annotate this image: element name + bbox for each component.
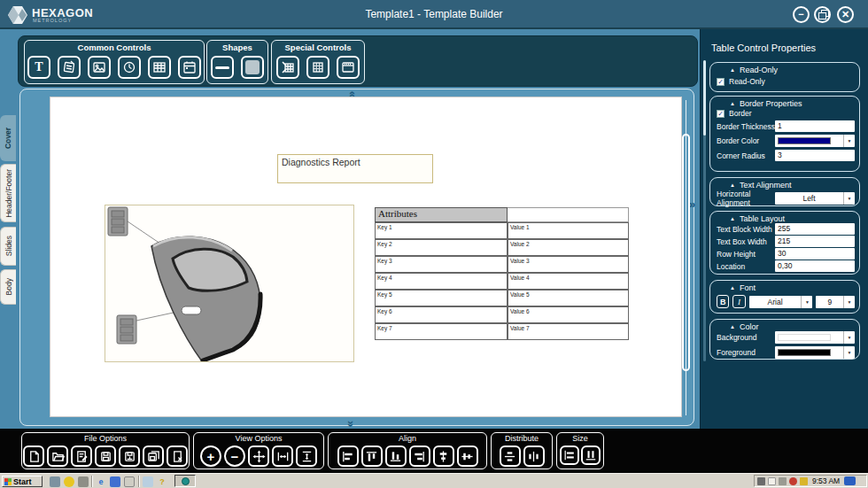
border-thickness-input[interactable]: 1 bbox=[775, 120, 855, 132]
label-control-button[interactable] bbox=[58, 56, 81, 79]
section-header[interactable]: ▲Read-Only bbox=[730, 66, 859, 74]
align-center-vertical-button[interactable] bbox=[433, 445, 454, 467]
border-checkbox[interactable] bbox=[717, 110, 725, 118]
tray-volume-icon[interactable] bbox=[779, 477, 787, 485]
font-size-dropdown[interactable]: 9 ▼ bbox=[816, 296, 855, 308]
minimize-button[interactable]: − bbox=[793, 6, 810, 23]
collapse-icon: ▲ bbox=[730, 182, 735, 188]
quick-launch-window-icon[interactable] bbox=[124, 476, 135, 487]
distribute-horizontal-button[interactable] bbox=[523, 445, 545, 467]
location-input[interactable]: 0,30 bbox=[775, 260, 855, 272]
save-all-button[interactable] bbox=[143, 445, 164, 467]
italic-button[interactable]: I bbox=[732, 295, 745, 308]
save-template-button[interactable] bbox=[95, 445, 116, 467]
quick-launch-app-icon-3[interactable] bbox=[78, 476, 89, 487]
restore-button[interactable] bbox=[814, 6, 831, 23]
value-cell: Value 7 bbox=[508, 323, 629, 340]
tray-network-icon[interactable] bbox=[844, 476, 856, 485]
panel-expander-icon[interactable]: » bbox=[689, 198, 695, 211]
quick-launch-media-icon[interactable] bbox=[110, 476, 120, 487]
distribute-vertical-button[interactable] bbox=[500, 445, 521, 467]
zoom-out-button[interactable]: − bbox=[224, 445, 245, 467]
align-center-horizontal-button[interactable] bbox=[457, 445, 478, 467]
grid-table-icon bbox=[311, 60, 325, 74]
tray-input-icon[interactable] bbox=[757, 477, 765, 485]
same-height-button[interactable] bbox=[581, 445, 601, 465]
date-control-button[interactable] bbox=[178, 56, 201, 79]
foreground-color-dropdown[interactable]: ▼ bbox=[775, 346, 855, 359]
read-only-checkbox[interactable] bbox=[717, 78, 725, 86]
text-block-width-input[interactable]: 255 bbox=[775, 223, 855, 235]
quick-launch-help-icon[interactable]: ? bbox=[157, 476, 167, 487]
door-image-object[interactable] bbox=[105, 205, 354, 362]
align-top-button[interactable] bbox=[361, 445, 383, 467]
quick-launch-app-icon-2[interactable] bbox=[64, 476, 74, 487]
same-height-icon bbox=[585, 449, 597, 461]
clock-icon bbox=[122, 60, 136, 74]
quick-launch-browser-icon[interactable]: e bbox=[96, 476, 106, 487]
tab-cover[interactable]: Cover bbox=[0, 115, 16, 161]
align-right-button[interactable] bbox=[409, 445, 430, 467]
grid-control-button[interactable] bbox=[306, 56, 329, 79]
row-height-input[interactable]: 30 bbox=[775, 248, 855, 259]
table-control-button[interactable] bbox=[148, 56, 171, 79]
dropdown-arrow-icon: ▼ bbox=[801, 296, 812, 308]
edit-template-button[interactable] bbox=[71, 445, 92, 467]
horizontal-alignment-dropdown[interactable]: Left ▼ bbox=[775, 192, 855, 205]
font-family-dropdown[interactable]: Arial ▼ bbox=[749, 296, 813, 308]
section-header[interactable]: ▲Color bbox=[730, 322, 859, 331]
section-header[interactable]: ▲Table Layout bbox=[730, 214, 859, 223]
corner-radius-input[interactable]: 3 bbox=[775, 150, 855, 161]
active-task-button[interactable] bbox=[174, 475, 196, 487]
table-row: Key 2Value 2 bbox=[375, 239, 629, 256]
section-header[interactable]: ▲Font bbox=[730, 283, 859, 292]
align-top-icon bbox=[365, 450, 378, 463]
border-color-dropdown[interactable]: ▼ bbox=[775, 135, 855, 147]
vertical-scrollbar-thumb[interactable] bbox=[682, 134, 690, 371]
header-table-control-button[interactable] bbox=[337, 56, 360, 79]
text-control-button[interactable]: T bbox=[27, 56, 50, 79]
attributes-table-object[interactable]: Attributes Key 1Value 1 Key 2Value 2 Key… bbox=[375, 207, 629, 340]
image-control-button[interactable] bbox=[88, 56, 111, 79]
align-left-button[interactable] bbox=[337, 445, 359, 467]
text-box-width-input[interactable]: 215 bbox=[775, 236, 855, 247]
tray-status-red-icon[interactable] bbox=[789, 477, 797, 485]
quick-launch-desktop-icon[interactable] bbox=[50, 476, 60, 487]
pan-button[interactable] bbox=[248, 445, 269, 467]
rectangle-shape-button[interactable] bbox=[241, 56, 264, 79]
field-label: Horizontal Alignment bbox=[717, 190, 775, 207]
zoom-in-button[interactable]: + bbox=[200, 445, 221, 467]
save-as-icon bbox=[123, 450, 136, 463]
section-header[interactable]: ▲Text Alignment bbox=[730, 181, 859, 190]
quick-launch-document-icon[interactable] bbox=[143, 476, 153, 487]
tray-status-yellow-icon[interactable] bbox=[800, 477, 808, 485]
template-page[interactable]: Diagnostics Report bbox=[50, 97, 682, 417]
line-shape-button[interactable] bbox=[211, 56, 234, 79]
clock-control-button[interactable] bbox=[118, 56, 141, 79]
bold-button[interactable]: B bbox=[717, 295, 729, 308]
close-template-button[interactable] bbox=[167, 445, 188, 467]
fit-width-icon bbox=[276, 450, 290, 463]
section-title: Text Alignment bbox=[740, 181, 792, 190]
section-header[interactable]: ▲Border Properties bbox=[730, 99, 859, 108]
cad-report-control-button[interactable] bbox=[276, 56, 299, 79]
fit-height-button[interactable] bbox=[296, 445, 317, 467]
same-width-button[interactable] bbox=[560, 445, 579, 465]
report-title-textbox[interactable]: Diagnostics Report bbox=[277, 154, 433, 183]
tray-clipboard-icon[interactable] bbox=[768, 477, 776, 485]
tab-slides[interactable]: Slides bbox=[0, 227, 16, 266]
align-bottom-icon bbox=[389, 450, 402, 463]
save-as-button[interactable] bbox=[119, 445, 140, 467]
close-button[interactable]: ✕ bbox=[837, 6, 854, 23]
start-button[interactable]: Start bbox=[2, 476, 43, 487]
tab-body[interactable]: Body bbox=[0, 269, 16, 305]
new-template-button[interactable] bbox=[23, 445, 44, 467]
table-row: Key 7Value 7 bbox=[375, 323, 629, 340]
background-color-dropdown[interactable]: ▼ bbox=[775, 331, 855, 344]
open-template-button[interactable] bbox=[47, 445, 68, 467]
align-bottom-button[interactable] bbox=[385, 445, 407, 467]
panel-scrollbar-thumb[interactable] bbox=[703, 60, 706, 136]
tab-header-footer[interactable]: Header/Footer bbox=[0, 164, 16, 222]
fit-width-button[interactable] bbox=[272, 445, 293, 467]
scroll-down-icon[interactable]: » bbox=[345, 421, 358, 427]
